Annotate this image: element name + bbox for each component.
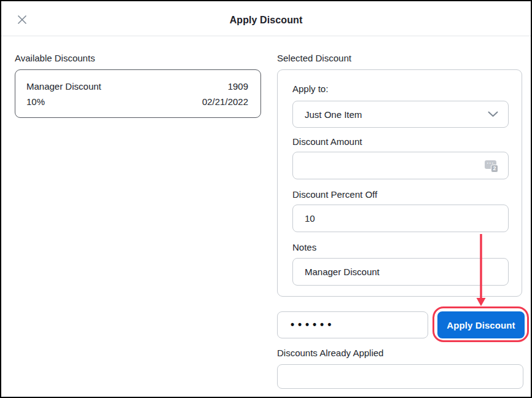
apply-discount-dialog: Apply Discount Available Discounts Manag… bbox=[0, 0, 532, 398]
apply-to-selected-value: Just One Item bbox=[305, 109, 362, 120]
discount-percent-label: Discount Percent Off bbox=[292, 189, 377, 200]
selected-discount-heading: Selected Discount bbox=[277, 53, 351, 63]
selected-discount-panel: Apply to: Just One Item Discount Amount … bbox=[277, 69, 522, 297]
notes-label: Notes bbox=[292, 242, 316, 252]
discount-percent-input[interactable] bbox=[292, 205, 509, 232]
dialog-title: Apply Discount bbox=[1, 15, 531, 26]
discount-list-item[interactable]: Manager Discount 1909 10% 02/21/2022 bbox=[15, 69, 261, 118]
discount-row-1: Manager Discount 1909 bbox=[26, 79, 248, 94]
apply-discount-button[interactable]: Apply Discount bbox=[437, 311, 525, 338]
apply-to-label: Apply to: bbox=[292, 84, 328, 94]
discount-name: Manager Discount bbox=[26, 79, 101, 94]
discounts-already-applied-heading: Discounts Already Applied bbox=[277, 348, 383, 358]
discount-percent: 10% bbox=[26, 94, 45, 109]
discount-amount-input[interactable] bbox=[292, 152, 509, 179]
discount-amount-label: Discount Amount bbox=[292, 136, 362, 147]
available-discounts-heading: Available Discounts bbox=[15, 53, 95, 63]
discount-date: 02/21/2022 bbox=[202, 94, 248, 109]
discount-row-2: 10% 02/21/2022 bbox=[26, 94, 248, 109]
notes-input[interactable] bbox=[292, 258, 509, 286]
chevron-down-icon bbox=[488, 111, 498, 117]
apply-to-select[interactable]: Just One Item bbox=[292, 101, 509, 128]
discount-id: 1909 bbox=[228, 79, 248, 94]
manager-password-input[interactable] bbox=[277, 311, 428, 338]
discounts-already-applied-list bbox=[277, 364, 523, 389]
dialog-header: Apply Discount bbox=[1, 1, 531, 36]
